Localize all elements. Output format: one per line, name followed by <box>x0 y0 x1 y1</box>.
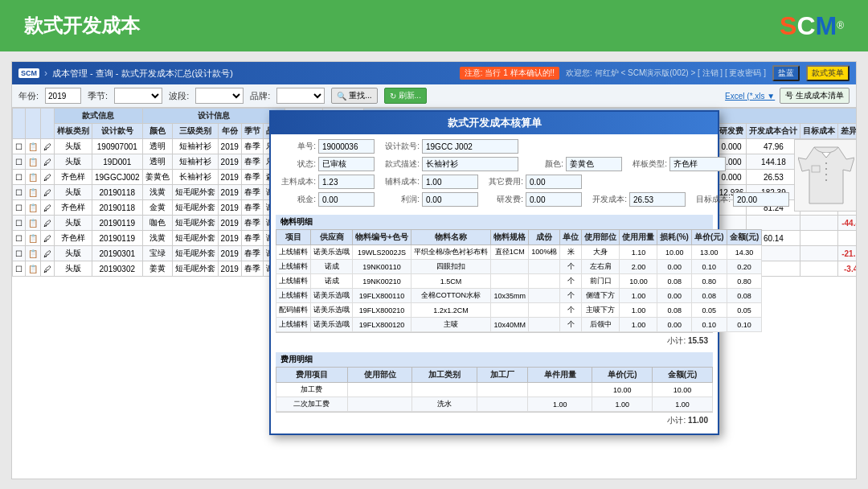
material-cell: 0.00 <box>657 260 692 274</box>
table-cell: 2019 <box>218 246 241 261</box>
material-row: 上线辅料诺成19NK00110四眼扣扣个左右肩2.000.000.100.20 <box>276 260 762 274</box>
table-cell: 头版 <box>55 154 92 170</box>
material-cell: 19FLX800110 <box>353 289 411 303</box>
material-cell: 个 <box>560 303 582 318</box>
material-cell: 0.80 <box>727 274 762 289</box>
th-year: 年份 <box>218 124 241 139</box>
table-cell: ☐ <box>13 170 26 185</box>
material-cell <box>529 274 560 289</box>
material-th: 单价(元) <box>691 230 727 245</box>
top-banner: 款式开发成本 SCM® <box>0 0 868 51</box>
year-input[interactable] <box>45 88 81 104</box>
popup-order-field: 单号: 19000036 <box>276 139 375 154</box>
brand-select[interactable] <box>276 88 325 104</box>
table-cell <box>747 216 800 231</box>
th-diff: 差异值 <box>838 124 856 139</box>
material-th: 损耗(%) <box>657 230 692 245</box>
list-btn[interactable]: 号 生成成本清单 <box>780 88 850 104</box>
material-cell: 全棉COTTON水标 <box>411 289 491 303</box>
popup-style-label: 款式描述: <box>379 158 420 170</box>
material-cell <box>529 318 560 332</box>
table-cell <box>800 216 838 231</box>
table-cell: 短毛呢外套 <box>172 200 218 216</box>
table-cell: 📋 <box>26 246 41 261</box>
material-cell <box>529 289 560 303</box>
th-check <box>13 109 26 139</box>
wave-label: 波段: <box>169 90 189 102</box>
material-cell: 大身 <box>582 245 620 260</box>
table-cell: 20190302 <box>92 261 143 277</box>
material-cell: 主唛 <box>411 318 491 332</box>
cost-section-title: 费用明细 <box>276 352 713 367</box>
table-cell: 春季 <box>241 231 263 246</box>
season-select[interactable]: 春季夏季秋季冬季 <box>114 88 162 104</box>
cost-table: 费用项目使用部位加工类别加工厂单件用量单价(元)金额(元) 加工费10.0010… <box>276 367 713 412</box>
cost-cell: 洗水 <box>412 397 477 412</box>
titlebar-btn1[interactable]: 盐蓝 <box>772 65 800 81</box>
cost-cell: 二次加工费 <box>276 397 348 412</box>
cost-cell: 10.00 <box>653 383 713 397</box>
table-cell: 短毛呢外套 <box>172 216 218 231</box>
table-cell: 2019 <box>218 216 241 231</box>
titlebar-btn2[interactable]: 款式英单 <box>806 65 850 81</box>
popup-profit-label: 利润: <box>379 194 420 205</box>
table-cell: 短毛呢外套 <box>172 185 218 200</box>
table-cell: 春季 <box>241 139 263 154</box>
year-label: 年份: <box>18 90 39 102</box>
material-cell: 0.08 <box>657 303 692 318</box>
popup-sample-label: 样板类型: <box>627 158 667 170</box>
table-cell: 齐色样 <box>55 200 92 216</box>
table-cell: ☐ <box>13 154 26 170</box>
th-design-info: 设计信息 <box>142 109 285 124</box>
table-cell: 📋 <box>26 261 41 277</box>
main-area: SCM › 成本管理 - 查询 - 款式开发成本汇总(设计款号) 注意: 当行 … <box>0 51 868 489</box>
table-cell: 2019 <box>218 200 241 216</box>
th-type: 样板类别 <box>55 124 92 139</box>
material-cell: 直径1CM <box>491 245 529 260</box>
table-cell: 春季 <box>241 154 263 170</box>
table-cell: 20190118 <box>92 200 143 216</box>
table-cell: 春季 <box>241 216 263 231</box>
table-cell: ☐ <box>13 261 26 277</box>
material-cell: 1.00 <box>620 303 657 318</box>
popup-row4: 税金: 0.00 利润: 0.00 研发费: 0.00 <box>276 192 789 207</box>
table-cell: 春季 <box>241 200 263 216</box>
wave-select[interactable] <box>195 88 244 104</box>
popup-other-field: 其它费用: 0.00 <box>483 175 582 189</box>
popup-order-value: 19000036 <box>318 139 375 154</box>
material-cell: 左右肩 <box>582 260 620 274</box>
refresh-button[interactable]: ↻ 刷新... <box>384 88 427 104</box>
table-cell: 浅黄 <box>142 231 172 246</box>
banner-title: 款式开发成本 <box>24 13 140 39</box>
material-table: 项目供应商物料编号+色号物料名称物料规格成份单位使用部位使用用量损耗(%)单价(… <box>276 229 762 332</box>
material-cell: 个 <box>560 274 582 289</box>
material-cell: 1.5CM <box>411 274 491 289</box>
svg-point-2 <box>825 174 827 175</box>
table-cell: 春季 <box>241 246 263 261</box>
material-cell: 1.00 <box>620 289 657 303</box>
material-cell: 0.00 <box>657 289 692 303</box>
popup-main-label: 主料成本: <box>276 176 316 187</box>
table-cell: 宝绿 <box>142 246 172 261</box>
table-cell: 🖊 <box>41 139 55 154</box>
material-cell: 0.10 <box>727 318 762 332</box>
cost-th: 金额(元) <box>653 368 713 383</box>
popup-tax-field: 税金: 0.00 <box>276 192 375 207</box>
cost-row: 二次加工费洗水1.001.001.00 <box>276 397 713 412</box>
material-cell: 19FLX800210 <box>353 303 411 318</box>
svg-point-3 <box>825 179 827 181</box>
material-cell: 10.00 <box>657 245 692 260</box>
popup-design-field: 设计款号: 19GCC J002 <box>379 139 518 154</box>
table-cell: 📋 <box>26 200 41 216</box>
popup-rd-field: 研发费: 0.00 <box>483 192 582 207</box>
table-cell: 🖊 <box>41 154 55 170</box>
search-button[interactable]: 🔍 重找... <box>331 88 377 104</box>
excel-export[interactable]: Excel (*.xls ▼ <box>725 92 775 101</box>
table-cell: 2019 <box>218 139 241 154</box>
popup-overlay: 款式开发成本核算单 单号: 19000036 设计款号: 19GCC J002 <box>269 110 719 435</box>
popup-sample-field: 样板类型: 齐色样 <box>627 157 726 171</box>
material-th: 供应商 <box>311 230 353 245</box>
popup-profit-field: 利润: 0.00 <box>379 192 478 207</box>
table-cell: 头版 <box>55 216 92 231</box>
table-cell: 头版 <box>55 139 92 154</box>
